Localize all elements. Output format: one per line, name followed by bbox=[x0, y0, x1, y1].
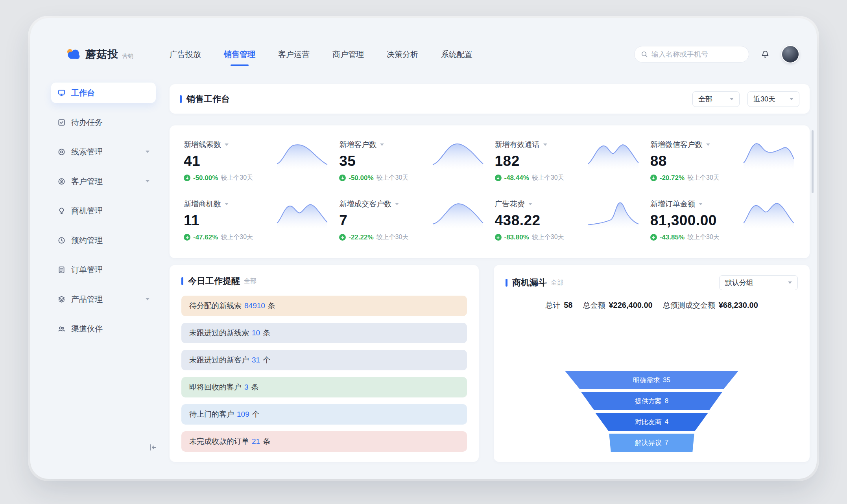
chevron-down-icon bbox=[146, 298, 149, 300]
search-icon bbox=[641, 51, 648, 58]
page-title: 销售工作台 bbox=[186, 93, 230, 105]
funnel-amount-value: ¥226,400.00 bbox=[609, 301, 652, 310]
nav-decision-analysis[interactable]: 决策分析 bbox=[387, 49, 418, 60]
sidebar-item-label: 订单管理 bbox=[71, 265, 103, 275]
nav-merchant-management[interactable]: 商户管理 bbox=[332, 49, 364, 60]
lightbulb-icon bbox=[57, 207, 66, 215]
sidebar-item-appointments[interactable]: 预约管理 bbox=[51, 230, 156, 250]
search-input[interactable] bbox=[651, 50, 742, 59]
top-bar-right bbox=[634, 45, 799, 63]
scope-select-value: 全部 bbox=[698, 94, 712, 104]
chevron-down-icon bbox=[788, 281, 792, 284]
scrollbar[interactable] bbox=[812, 130, 814, 193]
chevron-down-icon bbox=[790, 98, 793, 100]
top-bar: 蘑菇投 营销 广告投放 销售管理 客户运营 商户管理 决策分析 系统配置 bbox=[30, 18, 817, 77]
nav-customer-operations[interactable]: 客户运营 bbox=[278, 49, 310, 60]
funnel-stage-provide-solution: 提供方案 8 bbox=[565, 392, 738, 410]
chevron-down-icon bbox=[146, 180, 149, 182]
sidebar-item-workbench[interactable]: 工作台 bbox=[51, 83, 156, 103]
nav-system-config[interactable]: 系统配置 bbox=[441, 49, 472, 60]
stat-compare: 较上个30天 bbox=[687, 174, 720, 182]
stat-effective-calls: 新增有效通话 182 -48.44% 较上个30天 bbox=[492, 140, 643, 187]
reminder-text: 即将回收的客户 bbox=[189, 382, 242, 392]
reminder-item-visit-customers[interactable]: 待上门的客户 109 个 bbox=[181, 404, 467, 425]
funnel-title: 商机漏斗 bbox=[512, 277, 547, 289]
chevron-down-icon bbox=[395, 203, 399, 205]
notification-bell-icon[interactable] bbox=[759, 48, 771, 60]
scope-select[interactable]: 全部 bbox=[692, 91, 740, 107]
sidebar-item-opportunities[interactable]: 商机管理 bbox=[51, 200, 156, 221]
reminder-unit: 个 bbox=[252, 409, 260, 419]
trend-down-icon bbox=[339, 175, 346, 181]
search-box[interactable] bbox=[634, 46, 749, 63]
reminder-count: 21 bbox=[252, 437, 260, 446]
sidebar-item-label: 线索管理 bbox=[71, 147, 103, 157]
sidebar-item-products[interactable]: 产品管理 bbox=[51, 289, 156, 309]
chevron-down-icon bbox=[146, 151, 149, 153]
stat-new-opportunities: 新增商机数 11 -47.62% 较上个30天 bbox=[181, 199, 332, 246]
nav-sales-management[interactable]: 销售管理 bbox=[224, 49, 255, 60]
chevron-down-icon bbox=[730, 98, 734, 100]
reminder-item-unassigned-leads[interactable]: 待分配的新线索 84910 条 bbox=[181, 296, 467, 316]
funnel-group-value: 默认分组 bbox=[725, 278, 753, 287]
customer-icon bbox=[57, 177, 66, 186]
stat-label: 新增商机数 bbox=[184, 199, 221, 209]
stat-compare: 较上个30天 bbox=[687, 233, 720, 241]
funnel-stage-resolve-objections: 解决异议 7 bbox=[565, 434, 738, 452]
reminder-text: 待上门的客户 bbox=[189, 409, 234, 419]
funnel-total-value: 58 bbox=[564, 301, 572, 310]
reminder-text: 未跟进过的新客户 bbox=[189, 355, 249, 365]
sidebar-item-customers[interactable]: 客户管理 bbox=[51, 171, 156, 191]
stat-compare: 较上个30天 bbox=[376, 174, 409, 182]
sidebar-collapse-icon[interactable] bbox=[148, 443, 158, 454]
sidebar-item-orders[interactable]: 订单管理 bbox=[51, 259, 156, 280]
sidebar-item-label: 预约管理 bbox=[71, 235, 103, 246]
trend-down-icon bbox=[339, 234, 346, 241]
chevron-down-icon bbox=[699, 203, 703, 205]
opportunity-funnel-panel: 商机漏斗 全部 默认分组 总计 58 总金额 ¥226,400.00 bbox=[494, 265, 810, 462]
stat-change: -50.00% bbox=[193, 174, 218, 182]
reminders-scope-tag: 全部 bbox=[244, 277, 256, 285]
chevron-down-icon bbox=[543, 143, 547, 146]
workbench-header-card: 销售工作台 全部 近30天 bbox=[170, 84, 810, 114]
stat-label: 新增微信客户数 bbox=[650, 140, 703, 150]
chevron-down-icon bbox=[225, 203, 229, 205]
trend-down-icon bbox=[184, 234, 190, 241]
funnel-stage-label: 明确需求 bbox=[633, 376, 660, 385]
top-nav: 广告投放 销售管理 客户运营 商户管理 决策分析 系统配置 bbox=[170, 49, 472, 60]
stat-label: 新增有效通话 bbox=[495, 140, 540, 150]
date-range-select[interactable]: 近30天 bbox=[747, 91, 799, 107]
funnel-stage-compare-competitors: 对比友商 4 bbox=[565, 413, 738, 431]
stat-new-deal-customers: 新增成交客户数 7 -22.22% 较上个30天 bbox=[336, 199, 487, 246]
stat-new-wechat-customers: 新增微信客户数 88 -20.72% 较上个30天 bbox=[647, 140, 799, 187]
funnel-scope-tag: 全部 bbox=[551, 279, 563, 287]
user-avatar[interactable] bbox=[781, 45, 799, 63]
reminder-count: 31 bbox=[252, 356, 260, 364]
funnel-forecast-label: 总预测成交金额 bbox=[663, 300, 715, 311]
funnel-stage-value: 7 bbox=[665, 439, 668, 447]
reminder-count: 84910 bbox=[244, 302, 265, 310]
stat-change: -48.44% bbox=[504, 174, 529, 182]
sidebar: 工作台 待办任务 线索管理 客户 bbox=[51, 83, 156, 348]
reminder-item-unpaid-orders[interactable]: 未完成收款的订单 21 条 bbox=[181, 431, 467, 452]
funnel-group-select[interactable]: 默认分组 bbox=[719, 275, 798, 290]
trend-down-icon bbox=[495, 234, 502, 241]
people-icon bbox=[57, 325, 66, 333]
reminder-item-recycling-customers[interactable]: 即将回收的客户 3 条 bbox=[181, 377, 467, 397]
stat-new-customers: 新增客户数 35 -50.00% 较上个30天 bbox=[336, 140, 487, 187]
reminder-unit: 个 bbox=[263, 355, 270, 365]
reminder-item-unfollowed-customers[interactable]: 未跟进过的新客户 31 个 bbox=[181, 350, 467, 370]
sidebar-item-leads[interactable]: 线索管理 bbox=[51, 142, 156, 162]
sidebar-item-todo-tasks[interactable]: 待办任务 bbox=[51, 112, 156, 132]
app-logo[interactable]: 蘑菇投 营销 bbox=[65, 47, 133, 61]
reminder-text: 未跟进过的新线索 bbox=[189, 328, 249, 338]
stat-change: -22.22% bbox=[349, 234, 373, 241]
app-window: 蘑菇投 营销 广告投放 销售管理 客户运营 商户管理 决策分析 系统配置 bbox=[30, 18, 817, 479]
stat-compare: 较上个30天 bbox=[221, 233, 253, 241]
reminder-item-unfollowed-leads[interactable]: 未跟进过的新线索 10 条 bbox=[181, 323, 467, 343]
stat-new-leads: 新增线索数 41 -50.00% 较上个30天 bbox=[181, 140, 332, 187]
monitor-icon bbox=[57, 89, 66, 97]
sidebar-item-partners[interactable]: 渠道伙伴 bbox=[51, 318, 156, 339]
nav-ad-delivery[interactable]: 广告投放 bbox=[170, 49, 201, 60]
date-range-value: 近30天 bbox=[753, 94, 775, 104]
